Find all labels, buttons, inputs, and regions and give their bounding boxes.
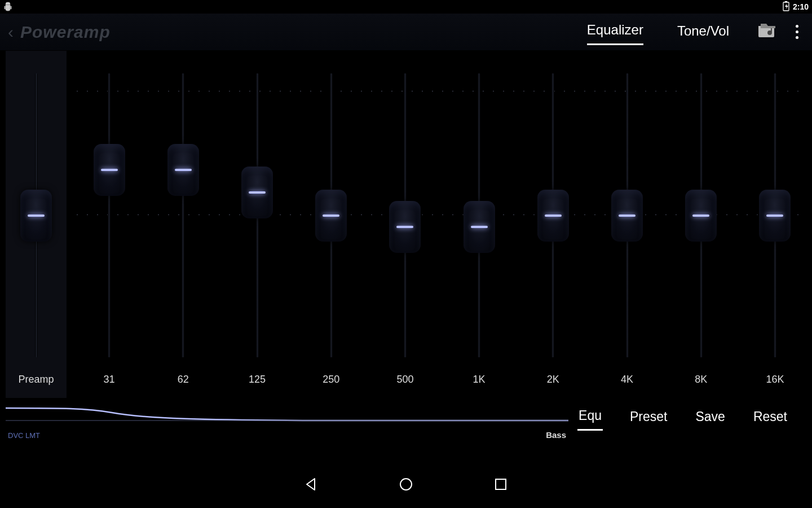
band-label-16K: 16K [766, 374, 784, 386]
slider-track [182, 73, 184, 357]
slider-track [108, 73, 111, 357]
band-slider-31: 31 [72, 51, 146, 398]
band-label-4K: 4K [621, 374, 633, 386]
svg-rect-6 [496, 479, 506, 489]
tab-equalizer[interactable]: Equalizer [587, 19, 643, 45]
android-debug-icon [3, 2, 12, 12]
overflow-menu-icon[interactable] [792, 21, 802, 42]
bottom-button-row: EquPresetSaveReset [577, 406, 806, 431]
android-nav-bar [0, 460, 812, 508]
band-knob-4K[interactable] [611, 190, 643, 242]
band-knob-16K[interactable] [759, 190, 791, 242]
band-knob-8K[interactable] [685, 190, 717, 242]
preamp-label: Preamp [18, 374, 54, 386]
svg-rect-3 [771, 28, 772, 33]
bass-label: Bass [546, 430, 566, 440]
bottom-btn-save[interactable]: Save [694, 407, 726, 430]
dvc-lmt-label: DVC LMT [8, 431, 40, 440]
bottom-btn-preset[interactable]: Preset [629, 407, 668, 430]
band-label-8K: 8K [695, 374, 707, 386]
band-knob-500[interactable] [389, 201, 421, 253]
tab-tone-vol[interactable]: Tone/Vol [677, 20, 729, 45]
band-label-500: 500 [396, 374, 413, 386]
band-label-125: 125 [249, 374, 266, 386]
bottom-btn-reset[interactable]: Reset [752, 407, 788, 430]
battery-charging-icon [783, 1, 789, 13]
equalizer-panel: Preamp31621252505001K2K4K8K16K [0, 51, 812, 398]
library-folder-icon[interactable] [757, 23, 776, 42]
nav-back-icon[interactable] [303, 476, 319, 492]
band-slider-2K: 2K [516, 51, 590, 398]
band-knob-250[interactable] [315, 190, 347, 242]
band-knob-2K[interactable] [537, 190, 569, 242]
band-slider-8K: 8K [664, 51, 738, 398]
bottom-btn-equ[interactable]: Equ [577, 406, 603, 431]
bottom-panel: DVC LMT Bass EquPresetSaveReset [0, 398, 812, 460]
status-bar: 2:10 [0, 0, 812, 14]
band-label-2K: 2K [547, 374, 559, 386]
nav-home-icon[interactable] [398, 476, 414, 492]
band-slider-250: 250 [294, 51, 368, 398]
nav-recents-icon[interactable] [493, 476, 509, 492]
preamp-slider: Preamp [0, 51, 72, 398]
band-slider-1K: 1K [442, 51, 516, 398]
band-label-62: 62 [178, 374, 189, 386]
app-bar: ‹ Poweramp Equalizer Tone/Vol [0, 14, 812, 51]
band-slider-125: 125 [220, 51, 294, 398]
band-label-250: 250 [323, 374, 339, 386]
band-label-1K: 1K [473, 374, 486, 386]
band-label-31: 31 [104, 374, 115, 386]
top-tabs: Equalizer Tone/Vol [587, 19, 729, 45]
band-slider-62: 62 [146, 51, 220, 398]
band-knob-1K[interactable] [464, 201, 495, 253]
preamp-knob[interactable] [20, 190, 52, 242]
band-knob-125[interactable] [241, 167, 273, 218]
frequency-response-graph: DVC LMT Bass [6, 401, 568, 441]
svg-rect-1 [785, 1, 787, 2]
app-logo: Poweramp [20, 23, 111, 42]
band-knob-31[interactable] [94, 144, 125, 196]
status-time: 2:10 [793, 2, 809, 11]
back-chevron-icon[interactable]: ‹ [8, 24, 20, 41]
band-slider-4K: 4K [590, 51, 664, 398]
band-knob-62[interactable] [167, 144, 199, 196]
svg-point-5 [400, 479, 412, 490]
band-slider-500: 500 [368, 51, 442, 398]
band-slider-16K: 16K [738, 51, 812, 398]
